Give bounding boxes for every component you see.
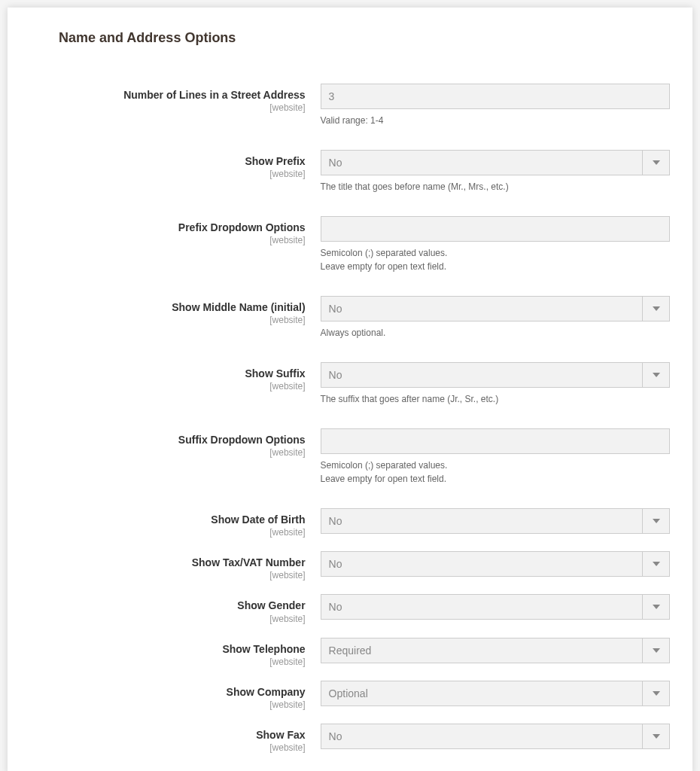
label-col: Show Telephone [website]	[30, 638, 321, 667]
label-col: Prefix Dropdown Options [website]	[30, 216, 321, 273]
input-col: Valid range: 1-4	[321, 84, 670, 127]
input-col: No The suffix that goes after name (Jr.,…	[321, 362, 670, 406]
field-label: Show Company	[227, 686, 306, 698]
suffix-options-input[interactable]	[321, 428, 670, 454]
select-value: Optional	[321, 681, 642, 705]
label-col: Show Tax/VAT Number [website]	[30, 551, 321, 581]
label-col: Number of Lines in a Street Address [web…	[30, 84, 321, 127]
label-col: Show Middle Name (initial) [website]	[30, 296, 321, 340]
chevron-down-icon	[642, 638, 669, 663]
help-line2: Leave empty for open text field.	[321, 474, 446, 484]
label-col: Show Fax [website]	[30, 724, 321, 753]
field-label: Show Middle Name (initial)	[172, 301, 305, 313]
section-title: Name and Address Options	[59, 30, 670, 46]
config-panel: Name and Address Options Number of Lines…	[8, 8, 692, 771]
field-prefix-options: Prefix Dropdown Options [website] Semico…	[30, 216, 670, 273]
field-label: Show Suffix	[245, 367, 305, 379]
show-prefix-select[interactable]: No	[321, 150, 670, 175]
scope-label: [website]	[30, 381, 306, 392]
scope-label: [website]	[30, 614, 306, 624]
field-company: Show Company [website] Optional	[30, 681, 670, 710]
input-col: No	[321, 551, 670, 581]
select-value: No	[321, 724, 642, 748]
help-text: Semicolon (;) separated values. Leave em…	[321, 246, 670, 273]
field-suffix-options: Suffix Dropdown Options [website] Semico…	[30, 428, 670, 486]
field-label: Show Date of Birth	[211, 513, 305, 526]
select-value: No	[321, 595, 642, 619]
select-value: No	[321, 151, 642, 175]
field-label: Show Fax	[256, 729, 305, 741]
input-col: No Always optional.	[321, 296, 670, 340]
label-col: Show Date of Birth [website]	[30, 508, 321, 538]
label-col: Show Company [website]	[30, 681, 321, 710]
input-col: Optional	[321, 681, 670, 710]
input-col: No	[321, 724, 670, 753]
show-suffix-select[interactable]: No	[321, 362, 670, 388]
chevron-down-icon	[642, 552, 669, 576]
scope-label: [website]	[30, 315, 306, 325]
field-label: Show Telephone	[222, 643, 305, 655]
input-col: Semicolon (;) separated values. Leave em…	[321, 216, 670, 273]
input-col: No	[321, 594, 670, 623]
select-value: No	[321, 552, 642, 576]
field-dob: Show Date of Birth [website] No	[30, 508, 670, 538]
field-gender: Show Gender [website] No	[30, 594, 670, 623]
middle-name-select[interactable]: No	[321, 296, 670, 322]
field-middle-name: Show Middle Name (initial) [website] No …	[30, 296, 670, 340]
select-value: Required	[321, 638, 642, 663]
field-label: Suffix Dropdown Options	[178, 434, 306, 446]
chevron-down-icon	[642, 297, 669, 321]
field-show-prefix: Show Prefix [website] No The title that …	[30, 150, 670, 194]
input-col: Semicolon (;) separated values. Leave em…	[321, 428, 670, 486]
scope-label: [website]	[30, 657, 306, 667]
help-line1: Semicolon (;) separated values.	[321, 248, 448, 258]
label-col: Suffix Dropdown Options [website]	[30, 428, 321, 486]
label-col: Show Gender [website]	[30, 594, 321, 623]
prefix-options-input[interactable]	[321, 216, 670, 242]
help-text: Valid range: 1-4	[321, 114, 670, 127]
dob-select[interactable]: No	[321, 508, 670, 534]
scope-label: [website]	[30, 527, 306, 538]
tax-select[interactable]: No	[321, 551, 670, 577]
select-value: No	[321, 297, 642, 321]
chevron-down-icon	[642, 681, 669, 705]
field-telephone: Show Telephone [website] Required	[30, 638, 670, 667]
chevron-down-icon	[642, 724, 669, 748]
label-col: Show Suffix [website]	[30, 362, 321, 406]
help-text: The suffix that goes after name (Jr., Sr…	[321, 392, 670, 406]
help-line1: Semicolon (;) separated values.	[321, 460, 448, 471]
field-show-suffix: Show Suffix [website] No The suffix that…	[30, 362, 670, 406]
help-line2: Leave empty for open text field.	[321, 261, 446, 272]
field-tax: Show Tax/VAT Number [website] No	[30, 551, 670, 581]
chevron-down-icon	[642, 151, 669, 175]
scope-label: [website]	[30, 699, 306, 710]
scope-label: [website]	[30, 742, 306, 753]
field-fax: Show Fax [website] No	[30, 724, 670, 753]
chevron-down-icon	[642, 363, 669, 387]
help-text: Always optional.	[321, 326, 670, 340]
gender-select[interactable]: No	[321, 594, 670, 620]
scope-label: [website]	[30, 235, 306, 245]
scope-label: [website]	[30, 169, 306, 179]
field-label: Show Prefix	[245, 155, 305, 167]
input-col: Required	[321, 638, 670, 667]
field-label: Show Gender	[237, 599, 305, 611]
label-col: Show Prefix [website]	[30, 150, 321, 194]
input-col: No	[321, 508, 670, 538]
scope-label: [website]	[30, 570, 306, 581]
street-lines-input[interactable]	[321, 84, 670, 109]
scope-label: [website]	[30, 102, 306, 113]
field-label: Number of Lines in a Street Address	[123, 89, 305, 101]
select-value: No	[321, 363, 642, 387]
telephone-select[interactable]: Required	[321, 638, 670, 663]
chevron-down-icon	[642, 595, 669, 619]
field-label: Prefix Dropdown Options	[178, 221, 306, 233]
scope-label: [website]	[30, 447, 306, 458]
field-label: Show Tax/VAT Number	[192, 556, 306, 568]
fax-select[interactable]: No	[321, 724, 670, 749]
company-select[interactable]: Optional	[321, 681, 670, 706]
chevron-down-icon	[642, 509, 669, 533]
select-value: No	[321, 509, 642, 533]
input-col: No The title that goes before name (Mr.,…	[321, 150, 670, 194]
field-street-lines: Number of Lines in a Street Address [web…	[30, 84, 670, 127]
